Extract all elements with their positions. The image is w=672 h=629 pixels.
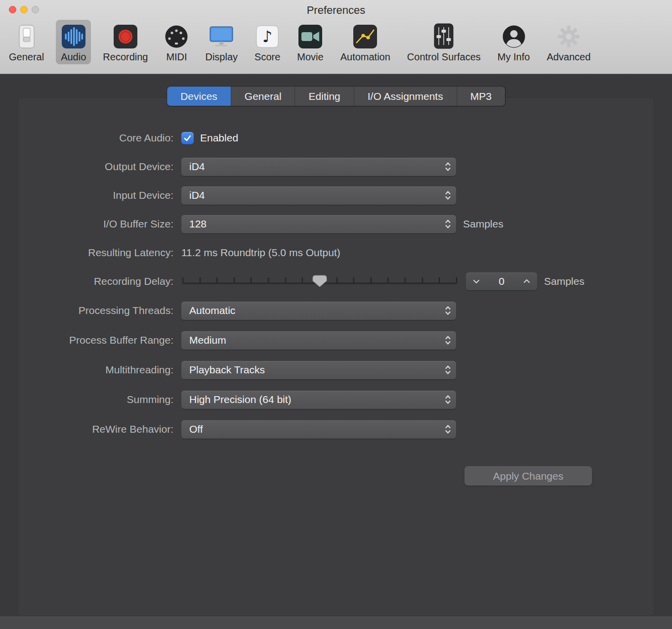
advanced-icon: [556, 22, 581, 51]
resulting-latency-value: 11.2 ms Roundtrip (5.0 ms Output): [181, 247, 340, 259]
toolbar-item-automation[interactable]: Automation: [336, 20, 395, 64]
toolbar-item-score[interactable]: ♪ Score: [250, 20, 285, 64]
toolbar-label: Display: [205, 51, 238, 63]
window-footer: [0, 616, 672, 629]
recording-delay-stepper[interactable]: 0: [466, 272, 537, 290]
stepper-decrement-button[interactable]: [466, 272, 487, 290]
process-buffer-range-select[interactable]: Medium: [181, 331, 456, 350]
toolbar-label: Advanced: [546, 51, 590, 63]
apply-changes-button[interactable]: Apply Changes: [464, 466, 592, 486]
svg-text:♪: ♪: [262, 27, 272, 46]
toolbar-label: My Info: [498, 51, 530, 63]
recording-delay-label: Recording Delay:: [18, 275, 173, 287]
toolbar-label: Movie: [297, 51, 323, 63]
core-audio-checkbox[interactable]: [181, 132, 194, 144]
preferences-toolbar: General Audio: [0, 20, 672, 64]
toolbar-item-my-info[interactable]: My Info: [493, 20, 535, 64]
process-buffer-range-label: Process Buffer Range:: [18, 334, 173, 346]
toolbar-item-display[interactable]: Display: [200, 20, 243, 64]
toolbar-item-audio[interactable]: Audio: [56, 20, 91, 64]
tab-devices[interactable]: Devices: [167, 87, 231, 106]
movie-icon: [298, 22, 323, 51]
stepper-increment-button[interactable]: [516, 272, 537, 290]
output-device-select[interactable]: iD4: [181, 158, 456, 176]
core-audio-checkbox-label: Enabled: [200, 132, 238, 144]
automation-icon: [353, 22, 378, 51]
toolbar-label: MIDI: [166, 51, 187, 63]
toolbar-item-advanced[interactable]: Advanced: [542, 20, 595, 64]
processing-threads-label: Processing Threads:: [18, 305, 173, 316]
toolbar-label: Recording: [103, 51, 148, 63]
window-controls: [9, 6, 39, 13]
audio-preferences-content: Devices General Editing I/O Assignments …: [0, 75, 672, 629]
recording-icon: [113, 22, 138, 51]
updown-chevrons-icon: [444, 423, 452, 435]
processing-threads-row: Processing Threads: Automatic: [18, 296, 654, 325]
updown-chevrons-icon: [444, 305, 452, 316]
toolbar-label: Automation: [340, 51, 390, 63]
tab-mp3[interactable]: MP3: [457, 87, 505, 106]
my-info-icon: [502, 22, 526, 51]
core-audio-label: Core Audio:: [18, 132, 173, 144]
resulting-latency-row: Resulting Latency: 11.2 ms Roundtrip (5.…: [18, 238, 654, 267]
toolbar-item-general[interactable]: General: [4, 20, 49, 64]
updown-chevrons-icon: [444, 364, 452, 376]
summing-row: Summing: High Precision (64 bit): [18, 385, 654, 414]
rewire-behavior-row: ReWire Behavior: Off: [18, 414, 654, 444]
devices-form: Core Audio: Enabled Output Device: iD4: [18, 98, 654, 444]
summing-select[interactable]: High Precision (64 bit): [181, 391, 456, 409]
updown-chevrons-icon: [444, 189, 452, 201]
toolbar-label: Audio: [61, 51, 86, 63]
tab-general[interactable]: General: [231, 87, 295, 106]
toolbar-item-midi[interactable]: MIDI: [160, 20, 193, 64]
toolbar-item-control-surfaces[interactable]: Control Surfaces: [402, 20, 486, 64]
audio-tabs: Devices General Editing I/O Assignments …: [167, 87, 505, 106]
process-buffer-range-row: Process Buffer Range: Medium: [18, 325, 654, 355]
updown-chevrons-icon: [444, 161, 452, 173]
devices-panel: Core Audio: Enabled Output Device: iD4: [18, 97, 654, 616]
audio-icon: [61, 22, 86, 51]
recording-delay-row: Recording Delay:: [18, 267, 654, 296]
io-buffer-size-row: I/O Buffer Size: 128 Samples: [18, 210, 654, 238]
core-audio-row: Core Audio: Enabled: [18, 124, 654, 152]
chevron-down-icon: [472, 279, 480, 284]
midi-icon: [165, 22, 188, 51]
toolbar-label: Score: [254, 51, 280, 63]
general-icon: [15, 22, 38, 51]
input-device-row: Input Device: iD4: [18, 181, 654, 210]
titlebar: Preferences: [0, 0, 672, 20]
tab-io-assignments[interactable]: I/O Assignments: [354, 87, 457, 106]
input-device-label: Input Device:: [18, 189, 173, 201]
toolbar-label: Control Surfaces: [407, 51, 481, 63]
summing-label: Summing:: [18, 394, 173, 405]
toolbar-item-movie[interactable]: Movie: [292, 20, 328, 64]
samples-suffix: Samples: [544, 275, 585, 287]
control-surfaces-icon: [431, 22, 456, 51]
multithreading-row: Multithreading: Playback Tracks: [18, 355, 654, 385]
checkmark-icon: [184, 135, 191, 141]
output-device-row: Output Device: iD4: [18, 152, 654, 181]
input-device-select[interactable]: iD4: [181, 186, 456, 205]
slider-thumb: [313, 275, 327, 287]
window-header: Preferences General: [0, 0, 672, 74]
rewire-behavior-label: ReWire Behavior:: [18, 423, 173, 435]
recording-delay-value: 0: [499, 275, 504, 287]
toolbar-item-recording[interactable]: Recording: [98, 20, 153, 64]
recording-delay-slider[interactable]: [181, 273, 458, 289]
tab-editing[interactable]: Editing: [295, 87, 354, 106]
close-button[interactable]: [9, 6, 16, 13]
zoom-button-disabled: [32, 6, 39, 13]
score-icon: ♪: [255, 22, 279, 51]
resulting-latency-label: Resulting Latency:: [18, 247, 173, 259]
updown-chevrons-icon: [444, 334, 452, 346]
minimize-button[interactable]: [20, 6, 28, 13]
multithreading-select[interactable]: Playback Tracks: [181, 361, 456, 379]
display-icon: [209, 22, 234, 51]
toolbar-label: General: [9, 51, 44, 63]
rewire-behavior-select[interactable]: Off: [181, 420, 456, 439]
updown-chevrons-icon: [444, 394, 452, 405]
io-buffer-size-select[interactable]: 128: [181, 215, 456, 233]
io-buffer-size-label: I/O Buffer Size:: [18, 218, 173, 230]
processing-threads-select[interactable]: Automatic: [181, 302, 456, 320]
multithreading-label: Multithreading:: [18, 364, 173, 376]
